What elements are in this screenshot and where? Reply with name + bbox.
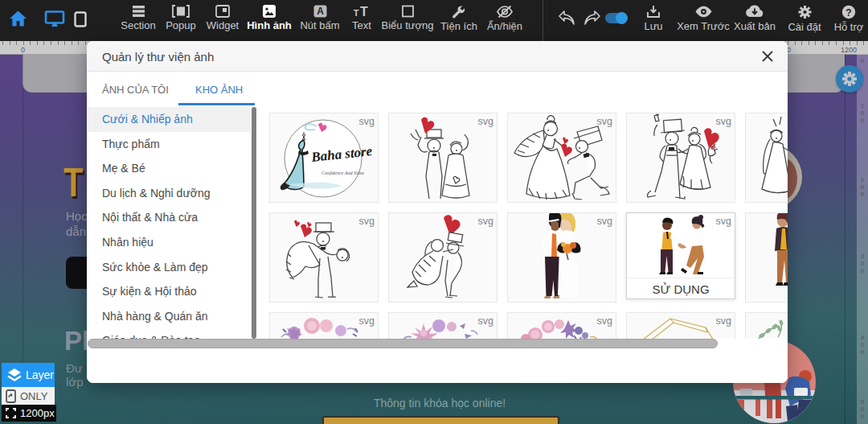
svg-text:A: A bbox=[317, 6, 324, 17]
svg-text:?: ? bbox=[845, 7, 851, 19]
svg-text:T: T bbox=[360, 5, 368, 18]
svg-text:T: T bbox=[354, 8, 359, 18]
svg-text:Confidence And Shine: Confidence And Shine bbox=[321, 171, 365, 175]
